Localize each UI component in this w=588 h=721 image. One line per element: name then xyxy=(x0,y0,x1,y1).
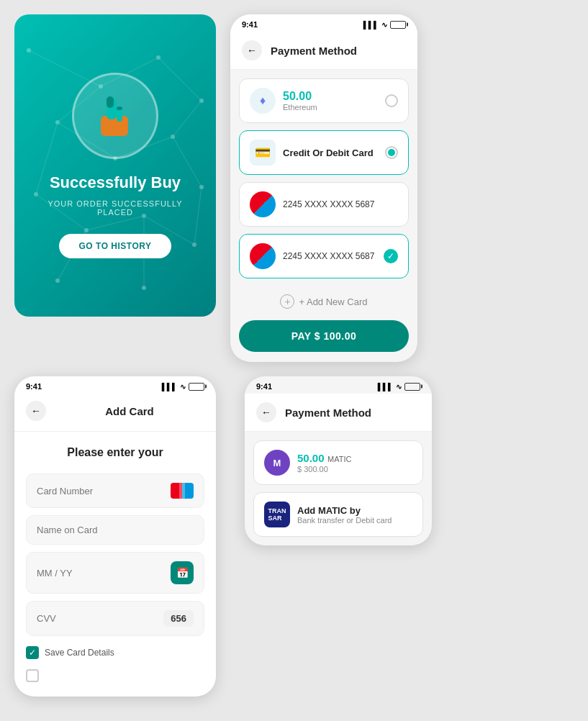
go-to-history-button[interactable]: GO TO HISTORY xyxy=(59,234,172,258)
save-card-label: Save Card Details xyxy=(45,648,114,658)
payment-method-screen: 9:41 ▌▌▌ ∿ ← Payment Method ♦ 50.00 Ethe… xyxy=(230,14,417,362)
status-time: 9:41 xyxy=(242,20,258,29)
ethereum-name: Ethereum xyxy=(283,103,378,112)
transar-icon: TRANSAR xyxy=(264,502,290,527)
matic-header-title: Payment Method xyxy=(285,407,371,419)
maestro-logo-1 xyxy=(250,191,276,217)
ethereum-info: 50.00 Ethereum xyxy=(283,90,378,112)
battery-icon-3 xyxy=(189,383,204,391)
success-title: Successfully Buy xyxy=(50,173,181,192)
credit-card-label: Credit Or Debit Card xyxy=(283,148,378,158)
svg-point-27 xyxy=(55,278,60,283)
signal-icon-4: ▌▌▌ xyxy=(378,383,393,391)
svg-point-28 xyxy=(142,286,146,290)
matic-body: M 50.00 MATIC $ 300.00 TRANSAR Add MATIC… xyxy=(245,432,432,545)
card-selected-check: ✓ xyxy=(384,249,398,263)
status-icons-3: ▌▌▌ ∿ xyxy=(162,383,204,391)
card-row-2[interactable]: 2245 XXXX XXXX 5687 ✓ xyxy=(239,234,409,278)
addcard-title: Add Card xyxy=(55,405,204,417)
matic-usd-value: $ 300.00 xyxy=(297,465,412,473)
matic-icon: M xyxy=(264,450,290,476)
status-icons-4: ▌▌▌ ∿ xyxy=(378,383,420,391)
extra-checkbox-row[interactable] xyxy=(26,669,204,682)
expiry-row: 📅 xyxy=(26,552,204,594)
card-row-1[interactable]: 2245 XXXX XXXX 5687 xyxy=(239,182,409,227)
success-subtitle: YOUR ORDER SUCCESSFULLY PLACED xyxy=(29,199,202,217)
status-bar-4: 9:41 ▌▌▌ ∿ xyxy=(245,376,432,394)
wifi-icon-4: ∿ xyxy=(396,383,402,391)
status-bar: 9:41 ▌▌▌ ∿ xyxy=(230,14,417,32)
maestro-icon-input xyxy=(171,483,194,499)
matic-currency: MATIC xyxy=(327,455,351,463)
addcard-header: ← Add Card xyxy=(14,394,216,432)
cvv-row: 656 xyxy=(26,601,204,636)
credit-card-radio xyxy=(385,146,398,159)
svg-rect-32 xyxy=(117,109,122,122)
credit-card-option[interactable]: 💳 Credit Or Debit Card xyxy=(239,130,409,175)
matic-info: 50.00 MATIC $ 300.00 xyxy=(297,452,412,473)
svg-point-15 xyxy=(27,48,31,53)
status-time-4: 9:41 xyxy=(256,382,272,391)
name-on-card-input[interactable] xyxy=(37,525,194,535)
card-number-2: 2245 XXXX XXXX 5687 xyxy=(283,251,376,261)
ethereum-option[interactable]: ♦ 50.00 Ethereum xyxy=(239,78,409,123)
add-card-label: + Add New Card xyxy=(299,296,367,307)
matic-amount: 50.00 xyxy=(297,452,325,464)
card-number-input[interactable] xyxy=(37,486,171,496)
maestro-logo-2 xyxy=(250,243,276,269)
status-icons: ▌▌▌ ∿ xyxy=(363,21,406,29)
payment-header: ← Payment Method xyxy=(230,32,417,70)
calendar-icon[interactable]: 📅 xyxy=(171,561,194,584)
battery-icon xyxy=(390,21,406,29)
radio-selected xyxy=(388,149,395,156)
wifi-icon-3: ∿ xyxy=(180,383,186,391)
wifi-icon: ∿ xyxy=(381,21,387,29)
status-bar-3: 9:41 ▌▌▌ ∿ xyxy=(14,376,216,394)
back-button[interactable]: ← xyxy=(242,40,262,60)
matic-back-button[interactable]: ← xyxy=(256,402,276,422)
addcard-body: Please enter your 📅 656 ✓ xyxy=(14,432,216,697)
please-enter-text: Please enter your xyxy=(26,446,204,459)
bank-transfer-title: Add MATIC by xyxy=(297,505,412,516)
bank-transfer-option[interactable]: TRANSAR Add MATIC by Bank transfer or De… xyxy=(253,492,423,537)
addcard-back-button[interactable]: ← xyxy=(26,401,46,421)
plus-icon: + xyxy=(280,294,294,309)
payment-header-title: Payment Method xyxy=(271,45,357,57)
cvv-placeholder[interactable] xyxy=(37,613,163,624)
name-on-card-row xyxy=(26,515,204,545)
svg-rect-31 xyxy=(107,96,114,108)
pay-button[interactable]: PAY $ 100.00 xyxy=(239,320,409,352)
credit-card-icon: 💳 xyxy=(250,140,276,165)
payment-body: ♦ 50.00 Ethereum 💳 Credit Or Debit Card xyxy=(230,70,417,287)
ethereum-amount: 50.00 xyxy=(283,90,378,103)
card-number-1: 2245 XXXX XXXX 5687 xyxy=(283,199,398,209)
success-content: Successfully Buy YOUR ORDER SUCCESSFULLY… xyxy=(14,58,216,273)
matic-amount-row: 50.00 MATIC xyxy=(297,452,412,465)
extra-checkbox[interactable] xyxy=(26,669,39,682)
credit-card-info: Credit Or Debit Card xyxy=(283,148,378,158)
status-time-3: 9:41 xyxy=(26,382,42,391)
svg-rect-33 xyxy=(117,106,122,110)
add-new-card-row[interactable]: + + Add New Card xyxy=(230,287,417,316)
save-card-row[interactable]: ✓ Save Card Details xyxy=(26,646,204,659)
battery-icon-4 xyxy=(404,383,420,391)
matic-payment-screen: 9:41 ▌▌▌ ∿ ← Payment Method M 50.00 MATI… xyxy=(245,376,432,545)
ethereum-icon: ♦ xyxy=(250,88,276,114)
signal-icon: ▌▌▌ xyxy=(363,21,379,29)
thumbs-icon xyxy=(72,73,158,159)
add-card-screen: 9:41 ▌▌▌ ∿ ← Add Card Please enter your xyxy=(14,376,216,697)
success-screen: Successfully Buy YOUR ORDER SUCCESSFULLY… xyxy=(14,14,216,317)
matic-header: ← Payment Method xyxy=(245,394,432,432)
ethereum-radio xyxy=(385,94,398,107)
expiry-input[interactable] xyxy=(37,568,171,579)
svg-rect-29 xyxy=(101,116,128,136)
signal-icon-3: ▌▌▌ xyxy=(162,383,177,391)
cvv-value: 656 xyxy=(163,610,194,627)
save-card-checkbox[interactable]: ✓ xyxy=(26,646,39,659)
matic-option[interactable]: M 50.00 MATIC $ 300.00 xyxy=(253,440,423,485)
card-number-row xyxy=(26,473,204,508)
bank-transfer-info: Add MATIC by Bank transfer or Debit card xyxy=(297,505,412,525)
bank-transfer-subtitle: Bank transfer or Debit card xyxy=(297,516,412,525)
